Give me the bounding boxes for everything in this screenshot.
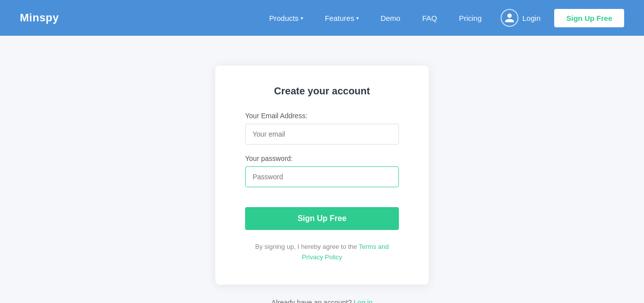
email-label: Your Email Address: [245,112,399,120]
nav-item-pricing[interactable]: Pricing [450,10,491,26]
navbar: Minspy Products ▾ Features ▾ Demo FAQ Pr… [0,0,644,36]
email-field-group: Your Email Address: [245,112,399,145]
chevron-down-icon: ▾ [301,15,303,21]
signup-button[interactable]: Sign Up Free [245,207,399,230]
password-field-group: Your password: [245,154,399,187]
login-link[interactable]: Log in [354,299,373,303]
password-input[interactable] [245,166,399,187]
chevron-down-icon: ▾ [356,15,359,21]
nav-item-products[interactable]: Products ▾ [260,10,312,26]
already-account-text: Already have an account? Log in [271,299,373,303]
card-title: Create your account [245,85,399,97]
login-button[interactable]: Login [495,5,547,31]
nav-signup-button[interactable]: Sign Up Free [554,9,624,27]
nav-links: Products ▾ Features ▾ Demo FAQ Pricing L… [260,5,624,31]
nav-item-faq[interactable]: FAQ [413,10,446,26]
user-avatar-icon [501,9,518,27]
email-input[interactable] [245,124,399,145]
brand-logo[interactable]: Minspy [20,11,59,24]
signup-card: Create your account Your Email Address: … [215,66,429,285]
terms-text: By signing up, I hereby agree to the Ter… [245,242,399,263]
main-content: Create your account Your Email Address: … [0,36,644,303]
nav-item-features[interactable]: Features ▾ [316,10,368,26]
password-label: Your password: [245,154,399,162]
nav-item-demo[interactable]: Demo [372,10,409,26]
